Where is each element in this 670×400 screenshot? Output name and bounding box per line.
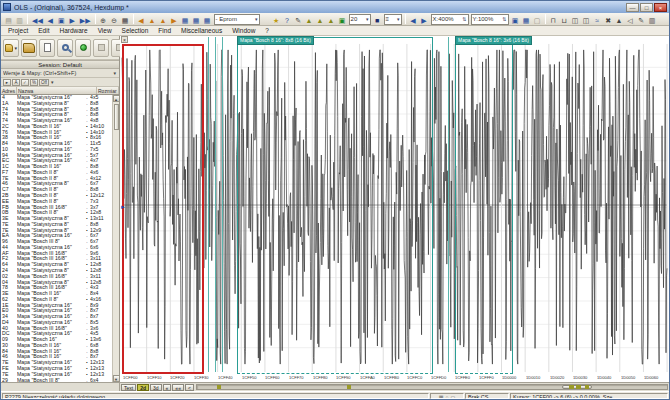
print-icon[interactable]: ▥	[14, 14, 25, 25]
undo-icon[interactable]: ◁	[625, 14, 636, 25]
blank-icon[interactable]: ▢	[532, 14, 543, 25]
sync-button[interactable]	[75, 39, 91, 57]
nav-last-icon[interactable]: ▶▶	[78, 14, 93, 25]
diff-icon[interactable]: ▲	[614, 14, 625, 25]
column-header-nazwa[interactable]: Nazwa	[17, 87, 97, 94]
view-3d-icon[interactable]: ▦	[202, 14, 213, 25]
menu-item-view[interactable]: View	[93, 26, 117, 36]
session-bar[interactable]: Session: Default	[1, 60, 119, 69]
status-icon-0[interactable]: ▦	[439, 394, 444, 398]
peak1-icon[interactable]: ▲	[304, 14, 315, 25]
sel-mode-icon[interactable]: ▣	[510, 14, 521, 25]
nav-stop-icon[interactable]: ▣	[56, 14, 67, 25]
pane-close-icon[interactable]: ×	[121, 36, 128, 43]
stop-icon[interactable]: ■	[372, 14, 383, 25]
map-prev-icon[interactable]: ◀	[136, 14, 147, 25]
help-icon[interactable]: ?	[282, 14, 293, 25]
close-button[interactable]: ×	[654, 3, 667, 12]
list-scrollbar[interactable]: ▲ ▼	[112, 95, 119, 382]
win-top-icon[interactable]: ⊓	[548, 14, 559, 25]
table-mode-icon[interactable]: ▦	[521, 14, 532, 25]
hexdump-2d-chart[interactable]: × ► 1CFF001CFF101CFF201CFF301CFF401CFF50…	[120, 36, 669, 382]
column-header-rozmiar[interactable]: Rozmiar	[97, 87, 119, 94]
filter-button-off[interactable]: Off	[39, 79, 49, 86]
project-folder-icon	[23, 43, 35, 53]
menu-item-miscellaneous[interactable]: Miscellaneous	[176, 26, 227, 36]
map-next-icon[interactable]: ▶	[169, 14, 180, 25]
scroll-up-icon[interactable]: ▲	[113, 95, 120, 102]
win-split2-icon[interactable]: ◫	[581, 14, 592, 25]
list-scroll-thumb[interactable]	[114, 104, 119, 130]
nav-next-icon[interactable]: ▶	[67, 14, 78, 25]
chevron-down-icon[interactable]: ▾	[50, 79, 55, 85]
grid-view-icon[interactable]: ▦	[120, 14, 131, 25]
column-header-adres[interactable]: Adres	[1, 87, 17, 94]
project-folder-button[interactable]	[21, 39, 37, 57]
status-icon-1[interactable]: ○	[445, 394, 448, 398]
map-up-icon[interactable]: ▲	[147, 14, 158, 25]
filter-button-mark[interactable]: ✓	[21, 79, 29, 86]
x-zoom-spinner[interactable]: X:400%⇅	[431, 14, 469, 25]
menu-item-help[interactable]: ?	[260, 26, 274, 36]
delete-icon[interactable]: ✖	[603, 14, 614, 25]
map-region-label[interactable]: Mapa "Bosch 8 16": 3x6 (16 Bit)	[455, 36, 532, 45]
doc-icon[interactable]: ▤	[3, 14, 14, 25]
view-mode-3d[interactable]: 3d	[150, 384, 162, 391]
view-2d-icon[interactable]: ▦	[191, 14, 202, 25]
list-combo[interactable]: ≡▾	[384, 14, 402, 25]
win-bottom-icon[interactable]: ⊔	[559, 14, 570, 25]
maximize-button[interactable]: □	[640, 3, 653, 12]
maps-panel-header[interactable]: Wersje & Mapy: (Ctrl+Shift+F) ▾	[1, 69, 119, 78]
peak2-icon[interactable]: ▲	[315, 14, 326, 25]
y-zoom-spinner[interactable]: Y:100%⇅	[471, 14, 509, 25]
map-up2-icon[interactable]: ▲	[158, 14, 169, 25]
map-list[interactable]: 4Mapa "Statystyczna 16"-4x51AMapa "Staty…	[1, 95, 112, 382]
horizontal-scrollbar[interactable]	[196, 384, 668, 390]
minimize-button[interactable]: —	[626, 3, 639, 12]
peak3-icon[interactable]: ▲	[326, 14, 337, 25]
hist-back-icon[interactable]: ◀	[408, 14, 419, 25]
scroll-nav-button-2[interactable]: <	[185, 384, 194, 391]
note-icon[interactable]: ✎	[636, 14, 647, 25]
title-bar[interactable]: OLS - (Original), 367524, Hexdump * — □ …	[1, 1, 669, 13]
filter-button-mark[interactable]: ▸	[3, 79, 11, 86]
signal-icon[interactable]: ≈	[592, 14, 603, 25]
map-region-box[interactable]	[237, 37, 433, 374]
scroll-down-icon[interactable]: ▼	[113, 375, 120, 382]
selection-box[interactable]	[122, 44, 204, 374]
map-region-box[interactable]	[455, 37, 513, 374]
chevron-down-icon[interactable]: ▾	[112, 70, 117, 76]
map-region-label[interactable]: Mapa "Bosch 8 16": 8x8 (16 Bit)	[237, 36, 314, 45]
menu-item-selection[interactable]: Selection	[117, 26, 154, 36]
list-column-header[interactable]: AdresNazwaRozmiar	[1, 87, 119, 95]
clipboard-button[interactable]	[39, 39, 55, 57]
menu-item-window[interactable]: Window	[227, 26, 260, 36]
menu-item-find[interactable]: Find	[153, 26, 176, 36]
nav-first-icon[interactable]: ◀◀	[30, 14, 45, 25]
menu-item-hardware[interactable]: Hardware	[54, 26, 92, 36]
search-button[interactable]	[57, 39, 73, 57]
scroll-nav-button-0[interactable]: «	[163, 384, 172, 391]
view-mode-2d[interactable]: 2d	[137, 384, 149, 391]
view-hex-icon[interactable]: ▦	[180, 14, 191, 25]
nav-prev-icon[interactable]: ◀	[45, 14, 56, 25]
zoom-in-icon[interactable]: ⊕	[98, 14, 109, 25]
layout-icon[interactable]: ▥	[647, 14, 658, 25]
open-project-button[interactable]: ▾	[3, 39, 19, 57]
menu-item-edit[interactable]: Edit	[33, 26, 54, 36]
status-icon-2[interactable]: ▭	[451, 394, 456, 398]
disabled-button-1[interactable]	[93, 39, 109, 57]
menu-item-project[interactable]: Project	[3, 26, 33, 36]
win-split-icon[interactable]: ◫	[570, 14, 581, 25]
filter-button-mark[interactable]: %	[30, 79, 38, 86]
zoom-out-icon[interactable]: ⊖	[109, 14, 120, 25]
scroll-nav-button-1[interactable]: ««	[172, 384, 184, 391]
view-mode-text[interactable]: Text	[121, 384, 136, 391]
eprom-combo[interactable]: - Eprom▾	[214, 14, 260, 25]
checksum-ok-icon[interactable]: ▣	[337, 14, 348, 25]
edit-icon[interactable]: ✎	[293, 14, 304, 25]
hist-fwd-icon[interactable]: ▶	[419, 14, 430, 25]
filter-button-a[interactable]: A	[12, 79, 20, 86]
marker-icon[interactable]: ★	[271, 14, 282, 25]
width-combo[interactable]: 20▾	[349, 14, 371, 25]
